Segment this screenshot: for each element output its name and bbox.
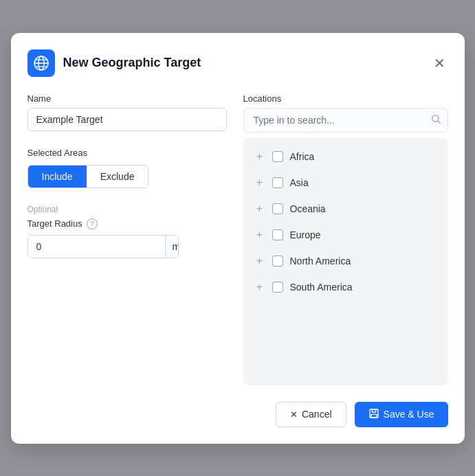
save-use-label: Save & Use <box>384 409 434 420</box>
name-input[interactable] <box>27 108 227 131</box>
help-icon[interactable]: ? <box>87 218 98 229</box>
left-panel: Name Selected Areas Include Exclude Opti… <box>27 93 227 385</box>
add-icon: + <box>254 255 265 267</box>
list-item[interactable]: + Oceania <box>243 196 448 222</box>
search-box <box>243 108 448 133</box>
radius-unit-wrapper: miles km ▼ <box>165 236 179 258</box>
radius-label: Target Radius ? <box>27 218 227 229</box>
exclude-button[interactable]: Exclude <box>87 166 148 188</box>
save-icon <box>368 408 379 421</box>
name-label: Name <box>27 93 227 104</box>
include-exclude-toggle: Include Exclude <box>27 165 149 188</box>
cancel-button[interactable]: ✕ Cancel <box>276 402 346 427</box>
modal-app-icon <box>27 49 55 77</box>
location-checkbox[interactable] <box>272 151 283 162</box>
right-panel: Locations + Africa + <box>243 93 448 385</box>
location-name: Oceania <box>290 203 326 214</box>
svg-rect-8 <box>372 409 375 412</box>
include-button[interactable]: Include <box>28 166 87 188</box>
geographic-target-modal: New Geographic Target ✕ Name Selected Ar… <box>11 33 465 444</box>
search-input[interactable] <box>243 108 448 133</box>
cancel-x-icon: ✕ <box>290 409 298 420</box>
optional-label: Optional <box>27 205 227 214</box>
list-item[interactable]: + Europe <box>243 222 448 248</box>
selected-areas-label: Selected Areas <box>27 148 227 158</box>
add-icon: + <box>254 177 265 189</box>
modal-footer: ✕ Cancel Save & Use <box>27 402 448 427</box>
location-checkbox[interactable] <box>272 229 283 240</box>
radius-unit-select[interactable]: miles km <box>173 241 179 252</box>
add-icon: + <box>254 150 265 163</box>
close-button[interactable]: ✕ <box>431 54 448 73</box>
add-icon: + <box>254 203 265 215</box>
save-use-button[interactable]: Save & Use <box>355 402 448 427</box>
list-item[interactable]: + North America <box>243 248 448 274</box>
radius-row: miles km ▼ <box>27 235 179 258</box>
location-name: Europe <box>290 229 321 240</box>
location-checkbox[interactable] <box>272 177 283 188</box>
list-item[interactable]: + South America <box>243 274 448 300</box>
radius-input[interactable] <box>28 236 165 258</box>
locations-list: + Africa + Asia + Oceania + Europe + Nor… <box>243 138 448 385</box>
modal-header: New Geographic Target ✕ <box>27 49 448 77</box>
location-name: Africa <box>290 151 315 162</box>
cancel-label: Cancel <box>302 409 332 420</box>
search-icon <box>430 113 441 127</box>
list-item[interactable]: + Africa <box>243 144 448 170</box>
location-checkbox[interactable] <box>272 203 283 214</box>
svg-point-5 <box>432 115 438 121</box>
svg-line-6 <box>438 121 441 124</box>
modal-title: New Geographic Target <box>63 56 201 70</box>
location-name: North America <box>290 256 351 267</box>
locations-label: Locations <box>243 93 448 104</box>
list-item[interactable]: + Asia <box>243 170 448 196</box>
add-icon: + <box>254 229 265 241</box>
location-name: Asia <box>290 177 309 188</box>
modal-body: Name Selected Areas Include Exclude Opti… <box>27 93 448 385</box>
svg-rect-9 <box>371 414 377 418</box>
location-name: South America <box>290 282 353 293</box>
location-checkbox[interactable] <box>272 282 283 293</box>
add-icon: + <box>254 281 265 293</box>
location-checkbox[interactable] <box>272 256 283 267</box>
